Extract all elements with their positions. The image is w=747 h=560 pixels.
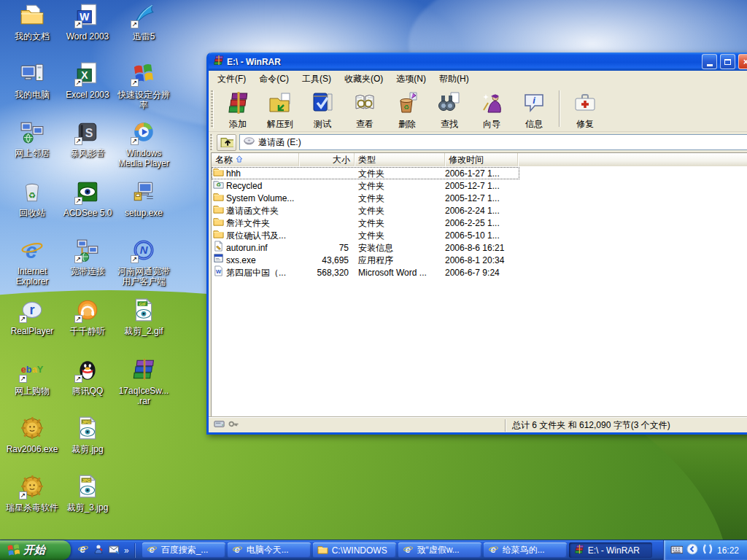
desktop-icon-rising-antivirus[interactable]: ↗瑞星杀毒软件 — [3, 474, 61, 513]
toolbar-button-add[interactable]: 添加 — [217, 88, 259, 130]
rar-icon — [573, 544, 584, 557]
desktop-icon-recycle-bin[interactable]: ♻回收站 — [3, 179, 61, 218]
start-button[interactable]: 开始 — [0, 540, 71, 560]
shortcut-arrow-icon: ↗ — [131, 79, 139, 87]
messenger-quicklaunch-icon[interactable] — [93, 543, 104, 558]
desktop-icon-17aqicesw-rar[interactable]: 17aqIceSw... .rar — [115, 357, 173, 406]
desktop-icon-broadband-connection[interactable]: ↗宽带连接 — [58, 238, 117, 276]
toolbar-drag-handle[interactable] — [211, 90, 214, 128]
file-row[interactable]: W第四届中国（...568,320Microsoft Word ...2006-… — [212, 266, 519, 279]
ie-icon: e — [403, 544, 414, 557]
desktop-icon-my-documents[interactable]: 我的文档 — [3, 3, 61, 42]
desktop-icon-thunder-5[interactable]: ↗迅雷5 — [115, 3, 173, 42]
toolbar: 添加解压到测试查看♻删除查找向导i信息修复 — [209, 87, 747, 132]
column-header-type[interactable]: 类型 — [355, 153, 445, 166]
status-total: 总计 6 文件夹 和 612,090 字节(3 个文件) — [505, 419, 747, 432]
up-directory-button[interactable] — [217, 134, 236, 151]
taskbar-button-winrar-e-drive[interactable]: E:\ - WinRAR — [569, 542, 652, 558]
quicklaunch-overflow-chevron[interactable]: » — [123, 545, 129, 556]
desktop-icon-realplayer[interactable]: r↗RealPlayer — [3, 298, 61, 336]
file-row[interactable]: sxs.exe43,695应用程序2006-8-1 20:34 — [212, 254, 519, 266]
file-row[interactable]: 詹洋文件夹文件夹2006-2-25 1... — [212, 217, 519, 229]
desktop-icon-excel-2003[interactable]: X↗Excel 2003 — [58, 61, 117, 100]
desktop-icon-caijian-3-jpg[interactable]: JPG裁剪_3.jpg — [58, 474, 117, 513]
desktop-icon-caijian-2-gif[interactable]: GIF裁剪_2.gif — [115, 298, 173, 336]
svg-text:e: e — [80, 543, 86, 555]
toolbar-button-wizard[interactable]: 向导 — [471, 88, 513, 130]
toolbar-button-find[interactable]: 查找 — [428, 88, 471, 130]
menu-item[interactable]: 工具(S) — [295, 71, 338, 88]
taskbar-button-c-windows[interactable]: C:\WINDOWS — [313, 542, 396, 558]
desktop-icon-acdsee-50[interactable]: ↗ACDSee 5.0 — [58, 179, 117, 218]
toolbar-button-view[interactable]: 查看 — [344, 88, 386, 130]
svg-text:ebaY: ebaY — [21, 364, 44, 375]
ie-quicklaunch-icon[interactable]: e — [77, 543, 89, 558]
toolbar-button-delete[interactable]: ♻删除 — [386, 88, 428, 130]
winrar-window: E:\ - WinRAR × 文件(F)命令(C)工具(S)收藏夹(O)选项(N… — [206, 52, 747, 435]
column-header-size[interactable]: 大小 — [299, 153, 355, 166]
menu-item[interactable]: 命令(C) — [252, 71, 295, 88]
file-row[interactable]: autorun.inf75安装信息2006-8-6 16:21 — [212, 241, 519, 254]
key-status-icon[interactable] — [228, 419, 239, 432]
quick-launch: e » — [71, 540, 140, 560]
file-row[interactable]: hhh文件夹2006-1-27 1... — [212, 167, 519, 179]
desktop-icon-henan-netcom-client[interactable]: N↗河南网通宽带 用户客户端 — [115, 238, 173, 287]
address-combobox[interactable]: 邀请函 (E:) — [239, 134, 747, 150]
hide-icons-chevron-icon[interactable] — [686, 543, 698, 557]
status-bar: 总计 6 文件夹 和 612,090 字节(3 个文件) — [209, 417, 747, 432]
keyboard-layout-icon[interactable] — [670, 543, 683, 558]
column-header-modified[interactable]: 修改时间 — [445, 153, 518, 166]
desktop-icon-ttplayer[interactable]: ↗千千静听 — [58, 298, 117, 336]
desktop-icon-my-computer[interactable]: 我的电脑 — [3, 61, 61, 100]
desktop-icon-quick-set-resolution[interactable]: ↗快速设定分辨 率 — [115, 61, 173, 110]
extract-to-icon — [268, 91, 292, 117]
file-row[interactable]: 展位确认书及...文件夹2006-5-10 1... — [212, 229, 519, 241]
desktop-icon-tencent-qq[interactable]: ↗腾讯QQ — [58, 357, 117, 396]
column-header-name[interactable]: 名称 — [212, 153, 299, 166]
start-label: 开始 — [23, 543, 45, 557]
netcom-tray-icon[interactable] — [702, 543, 713, 557]
ebay-icon: ebaY↗ — [20, 357, 44, 382]
eyejpg-icon: JPG — [75, 416, 100, 440]
menu-item[interactable]: 帮助(H) — [433, 71, 476, 88]
shortcut-arrow-icon: ↗ — [19, 375, 27, 383]
desktop-icon-internet-explorer[interactable]: eInternet Explorer — [3, 238, 61, 287]
file-type: 安装信息 — [355, 242, 445, 254]
desktop-icon-setup-exe[interactable]: setup.exe — [115, 179, 173, 218]
ie-icon: e — [147, 544, 158, 557]
address-drag-handle[interactable] — [210, 134, 213, 150]
desktop-icon-online-shopping[interactable]: ebaY↗网上购物 — [3, 357, 61, 396]
title-bar[interactable]: E:\ - WinRAR × — [209, 52, 747, 71]
desktop-icon-windows-media-player[interactable]: ↗Windows Media Player — [115, 120, 173, 168]
toolbar-button-extract-to[interactable]: 解压到 — [259, 88, 301, 130]
toolbar-button-test[interactable]: 测试 — [301, 88, 344, 130]
word-file-icon: W — [213, 265, 224, 279]
toolbar-button-repair[interactable]: 修复 — [564, 88, 606, 130]
svg-text:GIF: GIF — [139, 302, 147, 306]
taskbar-button-computer-today[interactable]: e电脑今天... — [228, 542, 311, 558]
menu-item[interactable]: 选项(N) — [390, 71, 433, 88]
desktop-icon-storm-player[interactable]: S↗暴风影音 — [58, 120, 117, 158]
taskbar-button-baidu-search[interactable]: e百度搜索_... — [142, 542, 225, 558]
file-row[interactable]: 邀请函文件夹文件夹2006-2-24 1... — [212, 204, 519, 217]
sort-ascending-icon — [236, 155, 243, 165]
desktop-icon-word-2003[interactable]: W↗Word 2003 — [58, 3, 117, 42]
column-headers: 名称大小类型修改时间 — [212, 153, 747, 166]
maximize-button[interactable] — [720, 54, 735, 69]
file-row[interactable]: System Volume...文件夹2005-12-7 1... — [212, 192, 519, 204]
taskbar-button-zhi-xujia[interactable]: e致“虚假w... — [398, 542, 481, 558]
close-button[interactable]: × — [738, 54, 747, 69]
taskbar-button-gei-cainiao[interactable]: e给菜鸟的... — [484, 542, 567, 558]
disk-status-icon[interactable] — [214, 419, 225, 432]
desktop-icon-rav2006-exe[interactable]: Rav2006.exe — [3, 416, 61, 454]
desktop-icon-network-places[interactable]: 网上邻居 — [3, 120, 61, 158]
file-row[interactable]: ♻Recycled文件夹2005-12-7 1... — [212, 179, 519, 192]
svg-text:♻: ♻ — [403, 104, 409, 111]
outlook-quicklaunch-icon[interactable] — [108, 543, 120, 558]
minimize-button[interactable] — [702, 54, 717, 69]
toolbar-button-info[interactable]: i信息 — [513, 88, 555, 130]
menu-item[interactable]: 收藏夹(O) — [338, 71, 390, 88]
desktop-icon-caijian-jpg[interactable]: JPG裁剪.jpg — [58, 416, 117, 454]
menu-item[interactable]: 文件(F) — [211, 71, 252, 88]
shortcut-arrow-icon: ↗ — [74, 197, 82, 205]
